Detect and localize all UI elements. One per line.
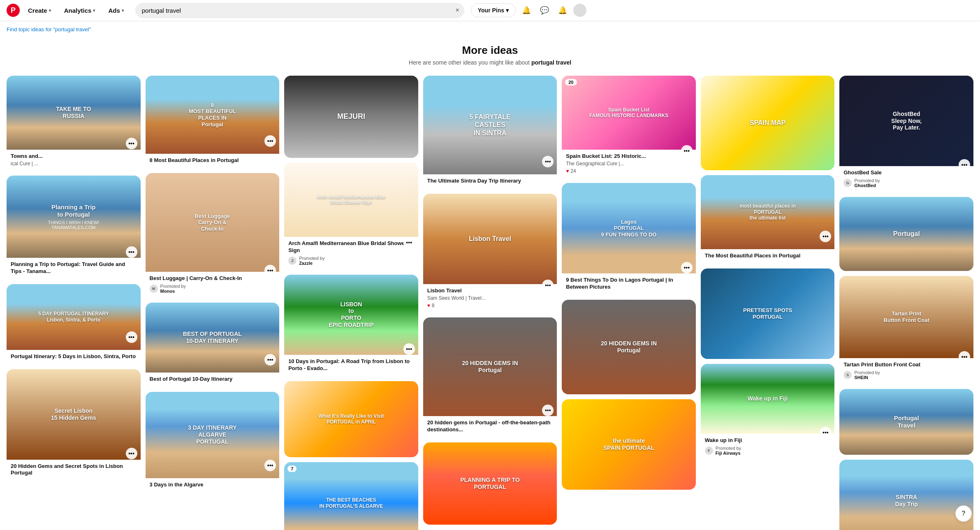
pin-save-button[interactable]: Save [391,465,415,477]
pin-more-options-button[interactable]: ••• [264,354,276,366]
help-button[interactable]: ? [955,505,972,522]
your-pins-chevron-icon: ▾ [506,7,509,14]
pin-card[interactable]: Portugal TravelSave [839,389,973,455]
pin-card[interactable]: Tartan Print Button Front CoatSaveTartan… [839,276,973,384]
pin-grid: TAKE ME TO RUSSIASaveTowns and...ical Cu… [0,72,980,530]
pin-save-button[interactable]: Save [113,287,137,299]
more-ideas-section: More ideas Here are some other ideas you… [0,36,980,72]
pin-more-options-button[interactable]: ••• [403,343,415,355]
search-input[interactable] [135,3,464,18]
pin-save-button[interactable]: Save [807,79,831,90]
pin-more-options-button[interactable]: ••• [264,460,276,471]
pin-save-button[interactable]: Save [668,303,692,314]
messages-button[interactable]: 💬 [537,3,552,18]
analytics-label: Analytics [64,7,92,14]
pin-more-options-button[interactable]: ••• [959,159,970,171]
pin-save-button[interactable]: Save [946,79,970,90]
pin-card[interactable]: Lisbon TravelSaveLisbon TravelSam Sees W… [423,194,557,312]
pin-card[interactable]: GhostBed Sleep Now, Pay Later.SaveGhostB… [839,76,973,192]
analytics-nav-button[interactable]: Analytics ▾ [59,5,100,16]
your-pins-label: Your Pins [478,7,504,14]
pin-more-options-button[interactable]: ••• [542,405,554,416]
pin-card[interactable]: Arch Amalfi Mediterranean Blue Bridal Sh… [284,163,418,270]
pin-card[interactable]: Planning a Trip to PortugalTHINGS I WISH… [7,176,141,279]
pin-card[interactable]: BEST OF PORTUGAL 10-DAY ITINERARYSaveBes… [146,303,280,387]
pin-card[interactable]: 20Spain Bucket List FAMOUS HISTORIC LAND… [562,76,696,178]
pin-save-button[interactable]: Save [113,373,137,384]
analytics-chevron-icon: ▾ [93,8,95,13]
pin-save-button[interactable]: Save [530,446,554,457]
your-pins-button[interactable]: Your Pins ▾ [471,3,516,17]
pin-save-button[interactable]: Save [807,272,831,283]
pin-save-button[interactable]: Save [946,279,970,290]
pin-card[interactable]: 8 MOST BEAUTIFUL PLACES IN PortugalSave8… [146,76,280,168]
pin-more-options-button[interactable]: ••• [403,237,415,248]
pin-save-button[interactable]: Save [252,176,276,187]
user-avatar[interactable] [573,4,586,17]
pin-save-button[interactable]: Save [391,384,415,396]
pin-card[interactable]: MEJURISave [284,76,418,158]
pin-more-options-button[interactable]: ••• [959,351,970,363]
search-clear-button[interactable]: × [455,7,459,14]
pin-card[interactable]: LISBON to PORTO EPIC ROADTRIPSave10 Days… [284,275,418,376]
pin-save-button[interactable]: Save [113,179,137,190]
ads-nav-button[interactable]: Ads ▾ [103,5,128,16]
pin-card[interactable]: PLANNING A TRIP TO PORTUGALSave [423,442,557,525]
pin-card[interactable]: the ultimate SPAIN PORTUGALSave [562,399,696,490]
pin-more-options-button[interactable]: ••• [681,262,693,273]
pin-card[interactable]: 20 HIDDEN GEMS IN PortugalSave20 hidden … [423,317,557,437]
pin-card[interactable]: SINTRA Day TripSave [839,460,973,530]
pin-save-button[interactable]: Save [668,79,692,90]
pin-card[interactable]: Best Luggage Carry-On & Check-InSaveBest… [146,173,280,298]
pin-save-button[interactable]: Save [391,166,415,177]
pin-card[interactable]: Secret Lisbon 15 Hidden GemsSave20 Hidde… [7,369,141,481]
more-ideas-title: More ideas [0,44,980,57]
pin-more-options-button[interactable]: ••• [126,246,137,258]
pin-save-button[interactable]: Save [530,197,554,208]
pin-more-options-button[interactable]: ••• [264,135,276,147]
pin-save-button[interactable]: Save [113,79,137,90]
notification-dot-button[interactable]: 🔔 [555,3,570,18]
search-hint-link[interactable]: Find topic ideas for "portugal travel" [0,25,980,36]
pin-card[interactable]: 3 DAY ITINERARY ALGARVE PORTUGALSave3 Da… [146,392,280,493]
pin-card[interactable]: Lagos PORTUGAL 9 FUN THINGS TO DOSave9 B… [562,183,696,295]
pin-more-options-button[interactable]: ••• [264,265,276,276]
pin-save-button[interactable]: Save [946,463,970,474]
pin-save-button[interactable]: Save [391,79,415,90]
pin-card[interactable]: most beautiful places in PORTUGAL the ul… [701,175,835,264]
pin-more-options-button[interactable]: ••• [126,448,137,459]
pin-more-options-button[interactable]: ••• [126,331,137,343]
pin-save-button[interactable]: Save [252,395,276,406]
pin-more-options-button[interactable]: ••• [820,427,831,438]
pin-card[interactable]: PortugalSave [839,197,973,271]
pin-save-button[interactable]: Save [807,367,831,378]
pin-more-options-button[interactable]: ••• [126,138,137,149]
pin-more-options-button[interactable]: ••• [542,280,554,291]
pin-save-button[interactable]: Save [668,403,692,414]
pin-save-button[interactable]: Save [391,278,415,289]
pin-save-button[interactable]: Save [252,306,276,317]
create-label: Create [28,7,47,14]
pin-more-options-button[interactable]: ••• [681,145,693,157]
pin-card[interactable]: 5 DAY PORTUGAL ITINERARY Lisbon, Sintra,… [7,284,141,364]
pinterest-logo[interactable]: P [7,4,20,17]
pin-save-button[interactable]: Save [530,321,554,332]
pin-card[interactable]: Wake up in FijiSaveWake up in Fiji F Pro… [701,364,835,460]
pin-card[interactable]: PRETTIEST SPOTS PORTUGALSave [701,268,835,359]
pin-save-button[interactable]: Save [530,79,554,90]
pin-card[interactable]: What It's Really Like to Visit PORTUGAL … [284,381,418,457]
pin-more-options-button[interactable]: ••• [542,156,554,167]
pin-save-button[interactable]: Save [252,79,276,90]
notifications-bell-button[interactable]: 🔔 [519,3,534,18]
pin-card[interactable]: 5 FAIRYTALE CASTLES IN SINTRASaveThe Ult… [423,76,557,189]
pin-card[interactable]: 7THE BEST BEACHES IN PORTUGAL'S ALGARVES… [284,462,418,530]
pin-save-button[interactable]: Save [668,186,692,197]
pin-card[interactable]: 20 HIDDEN GEMS IN PortugalSave [562,300,696,394]
pin-card[interactable]: SPAIN MAPSave [701,76,835,170]
create-nav-button[interactable]: Create ▾ [23,5,56,16]
pin-save-button[interactable]: Save [807,178,831,190]
pin-save-button[interactable]: Save [946,200,970,211]
pin-save-button[interactable]: Save [946,392,970,403]
pin-card[interactable]: TAKE ME TO RUSSIASaveTowns and...ical Cu… [7,76,141,171]
main-content: Find topic ideas for "portugal travel" M… [0,0,980,530]
